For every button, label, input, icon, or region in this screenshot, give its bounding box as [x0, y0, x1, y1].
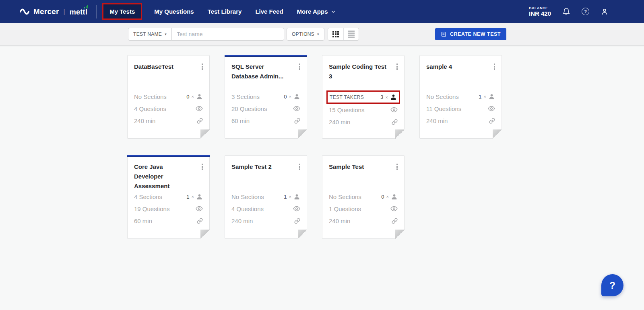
- questions-row: 1 Questions: [329, 203, 398, 215]
- test-takers-count[interactable]: 0×: [186, 93, 203, 100]
- questions-row: 4 Questions: [134, 103, 203, 115]
- sections-row: 4 Sections 1×: [134, 191, 203, 203]
- kebab-menu-icon[interactable]: [396, 62, 398, 84]
- sections-row: No Sections 1×: [231, 191, 300, 203]
- person-icon: [391, 193, 398, 200]
- preview-eye-icon[interactable]: [293, 105, 300, 112]
- nav-item-more-apps[interactable]: More Apps: [297, 8, 336, 15]
- test-card-grid: DataBaseTest No Sections 0× 4 Questions …: [0, 46, 644, 239]
- preview-eye-icon[interactable]: [390, 205, 398, 212]
- folded-corner: [200, 129, 210, 139]
- test-card-sql-server[interactable]: SQL Server Database Admin... 3 Sections …: [225, 55, 307, 139]
- questions-row: 20 Questions: [231, 103, 300, 115]
- page: Mercer | mettl My Tests My Questions Tes…: [0, 0, 644, 310]
- test-takers-count[interactable]: 0×: [284, 93, 300, 100]
- preview-eye-icon[interactable]: [196, 105, 203, 112]
- user-account-icon[interactable]: [601, 8, 609, 16]
- caret-down-icon: ▾: [317, 32, 319, 36]
- brand-divider: |: [64, 8, 65, 15]
- balance-label: BALANCE: [529, 6, 551, 10]
- filter-by-dropdown[interactable]: TEST NAME ▾: [128, 28, 172, 41]
- test-card-sample-coding-test-3[interactable]: Sample Coding Test 3 TEST TAKERS 3× 15 Q…: [322, 55, 405, 139]
- person-icon: [196, 93, 203, 100]
- person-icon: [390, 94, 397, 101]
- share-link-icon[interactable]: [294, 218, 300, 224]
- kebab-menu-icon[interactable]: [202, 162, 203, 185]
- test-takers-count[interactable]: 1×: [479, 93, 495, 100]
- share-link-icon[interactable]: [392, 119, 398, 125]
- questions-row: 15 Questions: [329, 104, 398, 116]
- notifications-bell-icon[interactable]: [562, 8, 570, 16]
- test-card-sample-test[interactable]: Sample Test No Sections 0× 1 Questions 2…: [322, 155, 405, 239]
- folded-corner: [395, 129, 405, 139]
- kebab-menu-icon[interactable]: [299, 162, 301, 185]
- folded-corner: [493, 129, 502, 139]
- list-view-button[interactable]: [343, 28, 359, 40]
- test-title: Sample Test 2: [231, 162, 291, 185]
- nav-item-my-questions[interactable]: My Questions: [154, 8, 194, 15]
- test-takers-row-annotated[interactable]: TEST TAKERS 3×: [326, 90, 400, 104]
- active-tab-annotation-box: My Tests: [102, 3, 142, 20]
- grid-view-icon: [332, 31, 339, 37]
- share-link-icon[interactable]: [294, 118, 300, 124]
- test-card-core-java[interactable]: Core Java Developer Assessment 4 Section…: [127, 155, 210, 239]
- kebab-menu-icon[interactable]: [299, 62, 301, 84]
- nav-items: My Tests My Questions Test Library Live …: [102, 3, 335, 20]
- preview-eye-icon[interactable]: [390, 106, 398, 113]
- duration-row: 240 min: [134, 115, 203, 127]
- mettl-chart-icon: [84, 5, 89, 8]
- test-name-search-input[interactable]: [171, 28, 284, 41]
- test-card-sample-4[interactable]: sample 4 No Sections 1× 11 Questions 240…: [419, 55, 502, 139]
- kebab-menu-icon[interactable]: [202, 62, 203, 84]
- sections-row: No Sections 0×: [134, 90, 203, 103]
- kebab-menu-icon[interactable]: [494, 62, 495, 84]
- person-icon: [196, 193, 203, 200]
- duration-row: 60 min: [134, 215, 203, 227]
- test-title: Sample Coding Test 3: [329, 62, 388, 84]
- balance-display[interactable]: BALANCE INR 420: [529, 6, 551, 17]
- new-document-icon: [441, 31, 447, 37]
- share-link-icon[interactable]: [489, 118, 495, 124]
- test-title: Core Java Developer Assessment: [134, 162, 194, 185]
- create-new-test-button[interactable]: CREATE NEW TEST: [435, 28, 506, 40]
- chevron-down-icon: [331, 9, 336, 14]
- nav-item-live-feed[interactable]: Live Feed: [255, 8, 283, 15]
- questions-row: 11 Questions: [426, 103, 495, 115]
- share-link-icon[interactable]: [197, 218, 203, 224]
- duration-row: 60 min: [231, 115, 300, 127]
- preview-eye-icon[interactable]: [488, 105, 495, 112]
- folded-corner: [298, 129, 307, 139]
- sections-row: No Sections 1×: [426, 90, 495, 103]
- questions-row: 4 Questions: [231, 203, 300, 215]
- list-view-icon: [348, 30, 355, 39]
- brand-logo[interactable]: Mercer | mettl: [19, 6, 87, 16]
- person-icon: [293, 193, 300, 200]
- nav-item-my-tests[interactable]: My Tests: [109, 8, 135, 15]
- mercer-logo-icon: [19, 8, 30, 15]
- test-title: sample 4: [426, 62, 486, 84]
- share-link-icon[interactable]: [392, 218, 398, 224]
- share-link-icon[interactable]: [197, 118, 203, 124]
- nav-divider: [96, 5, 97, 18]
- test-takers-count[interactable]: 0×: [381, 193, 398, 200]
- view-toggle: [328, 28, 359, 41]
- preview-eye-icon[interactable]: [196, 205, 203, 212]
- folded-corner: [395, 230, 405, 239]
- help-icon[interactable]: ?: [582, 8, 589, 15]
- duration-row: 240 min: [329, 116, 398, 128]
- grid-view-button[interactable]: [328, 28, 343, 40]
- test-takers-count[interactable]: 3×: [380, 94, 397, 101]
- top-navbar: Mercer | mettl My Tests My Questions Tes…: [0, 0, 644, 23]
- options-dropdown[interactable]: OPTIONS ▾: [287, 28, 324, 41]
- test-card-sample-test-2[interactable]: Sample Test 2 No Sections 1× 4 Questions…: [225, 155, 307, 239]
- support-help-bubble[interactable]: ?: [601, 274, 623, 296]
- test-takers-count[interactable]: 1×: [284, 193, 300, 200]
- nav-item-test-library[interactable]: Test Library: [208, 8, 242, 15]
- nav-right: BALANCE INR 420 ?: [529, 6, 644, 17]
- preview-eye-icon[interactable]: [293, 205, 300, 212]
- test-takers-count[interactable]: 1×: [186, 193, 203, 200]
- balance-value: INR 420: [529, 10, 551, 17]
- test-card-databasetest[interactable]: DataBaseTest No Sections 0× 4 Questions …: [127, 55, 210, 139]
- duration-row: 240 min: [426, 115, 495, 127]
- kebab-menu-icon[interactable]: [396, 162, 398, 185]
